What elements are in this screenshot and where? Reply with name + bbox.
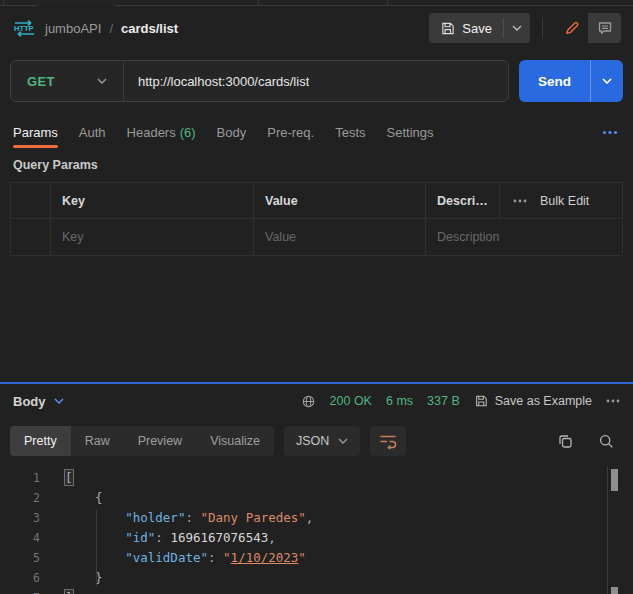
view-tab-visualize[interactable]: Visualize [196,426,274,456]
bulk-edit-button[interactable]: Bulk Edit [540,194,589,208]
pencil-icon [564,20,580,36]
response-body-label: Body [13,394,46,409]
code-line: 3 "holder": "Dany Paredes", [0,508,633,528]
comment-icon [597,20,613,36]
breadcrumb-separator: / [109,21,113,36]
code-line: 5 "validDate": "1/10/2023" [0,548,633,568]
code-lines: 1[2 {3 "holder": "Dany Paredes",4 "id": … [0,468,633,594]
copy-button[interactable] [557,433,574,450]
url-input[interactable]: http://localhost:3000/cards/list [124,74,309,89]
description-column-header: Description [426,183,500,218]
line-number: 3 [0,508,40,528]
select-column-header [11,183,51,218]
line-number: 7 [0,588,40,594]
breadcrumb-request-name[interactable]: cards/list [121,21,178,36]
response-body-dropdown[interactable]: Body [13,394,64,409]
row-select-cell[interactable] [11,219,51,255]
edit-button[interactable] [555,13,588,43]
scrollbar-track [607,466,608,594]
wrap-lines-icon [379,434,397,449]
status-badge: 200 OK [330,394,372,408]
scrollbar-thumb[interactable] [611,587,618,594]
response-body-editor[interactable]: 1[2 {3 "holder": "Dany Paredes",4 "id": … [0,464,633,594]
line-number: 4 [0,528,40,548]
tab-auth[interactable]: Auth [79,112,106,152]
query-params-empty-row: Key Value Description [11,219,622,255]
view-tab-raw[interactable]: Raw [71,426,124,456]
copy-icon [557,433,574,450]
wrap-lines-button[interactable] [370,426,406,456]
table-actions: Bulk Edit [500,183,622,218]
tab-settings[interactable]: Settings [387,112,434,152]
scrollbar-thumb[interactable] [611,469,618,491]
search-button[interactable] [598,433,615,450]
send-button[interactable]: Send [519,60,590,102]
format-select[interactable]: JSON [284,426,360,456]
code-line: 4 "id": 1696167076543, [0,528,633,548]
send-options-button[interactable] [590,60,623,102]
value-input[interactable]: Value [254,219,426,255]
response-meta: 200 OK 6 ms 337 B Save as Example [301,394,620,409]
more-options-icon[interactable] [513,199,527,203]
tab-params[interactable]: Params [13,112,58,152]
save-as-example-button[interactable]: Save as Example [474,394,592,408]
chevron-down-icon [512,25,522,31]
save-options-button[interactable] [504,13,530,43]
method-value: GET [27,74,55,89]
code-line: 6 } [0,568,633,588]
save-split-button: Save [429,13,530,43]
send-button-label: Send [538,74,571,89]
comments-button[interactable] [588,13,621,43]
breadcrumb: HTTP jumboAPI / cards/list [12,19,178,38]
code-line: 2 { [0,488,633,508]
chevron-down-icon [97,78,107,84]
save-button[interactable]: Save [429,13,503,43]
code-line: 1[ [0,468,633,488]
tab-body[interactable]: Body [217,112,247,152]
key-column-header: Key [51,183,254,218]
query-params-table: Key Value Description Bulk Edit Key Valu… [10,182,623,256]
url-container: GET http://localhost:3000/cards/list [10,60,509,102]
response-time: 6 ms [386,394,413,408]
chevron-down-icon [602,78,612,84]
tabs-more-options-icon[interactable] [600,126,620,139]
tab-pre-req[interactable]: Pre-req. [267,112,314,152]
workspace-tabbar-edge [0,0,633,6]
tab-headers[interactable]: Headers(6) [127,112,196,152]
svg-text:HTTP: HTTP [14,24,34,33]
response-size: 337 B [427,394,460,408]
method-select[interactable]: GET [11,61,123,101]
view-tabs: PrettyRawPreviewVisualize [10,426,274,456]
tab-tests[interactable]: Tests [335,112,365,152]
save-icon [440,21,455,36]
edit-comment-group [555,13,621,43]
indent-guide [96,510,97,586]
line-number: 1 [0,468,40,488]
view-tab-pretty[interactable]: Pretty [10,426,71,456]
line-number: 5 [0,548,40,568]
key-input[interactable]: Key [51,219,254,255]
line-number: 2 [0,488,40,508]
value-column-header: Value [254,183,426,218]
view-tab-preview[interactable]: Preview [124,426,196,456]
description-input[interactable]: Description [426,219,622,255]
send-split-button: Send [519,60,623,102]
request-tabs: ParamsAuthHeaders(6)BodyPre-req.TestsSet… [0,112,633,152]
response-toolbar: Body 200 OK 6 ms 337 B Save as Example [0,384,633,418]
save-icon [474,394,488,408]
chevron-down-icon [54,398,64,404]
breadcrumb-api-name[interactable]: jumboAPI [45,21,101,36]
query-params-title: Query Params [0,152,633,182]
format-value: JSON [296,434,329,448]
request-panel-spacer [0,256,633,382]
response-view-controls: PrettyRawPreviewVisualize JSON [0,418,633,464]
line-number: 6 [0,568,40,588]
search-icon [598,433,615,450]
code-line: 7] [0,588,633,594]
network-globe-icon[interactable] [301,394,316,409]
request-header: HTTP jumboAPI / cards/list Save [0,6,633,50]
chevron-down-icon [338,438,348,444]
url-bar: GET http://localhost:3000/cards/list Sen… [0,50,633,112]
http-method-icon: HTTP [12,19,37,38]
response-more-options-icon[interactable] [606,399,620,403]
